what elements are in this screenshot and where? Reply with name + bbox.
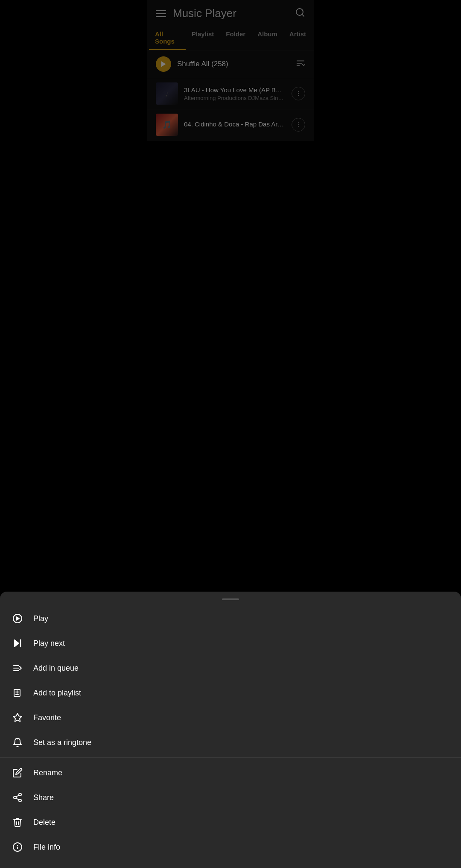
overlay[interactable] — [147, 0, 314, 347]
